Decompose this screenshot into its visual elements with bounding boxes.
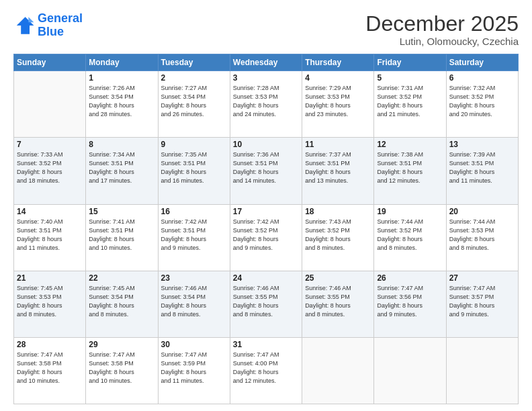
day-number: 8 xyxy=(89,140,154,149)
table-row: 16Sunrise: 7:42 AMSunset: 3:51 PMDayligh… xyxy=(158,204,230,271)
day-number: 29 xyxy=(89,340,154,349)
cell-content: Sunrise: 7:43 AMSunset: 3:52 PMDaylight:… xyxy=(305,218,371,253)
table-row: 8Sunrise: 7:34 AMSunset: 3:51 PMDaylight… xyxy=(86,138,158,204)
table-row: 5Sunrise: 7:31 AMSunset: 3:52 PMDaylight… xyxy=(374,71,446,138)
table-row: 22Sunrise: 7:45 AMSunset: 3:54 PMDayligh… xyxy=(86,271,158,337)
cell-content: Sunrise: 7:28 AMSunset: 3:53 PMDaylight:… xyxy=(233,84,299,119)
day-number: 5 xyxy=(377,73,443,83)
day-number: 31 xyxy=(233,340,299,349)
logo-line1: General xyxy=(38,11,83,25)
table-row: 7Sunrise: 7:33 AMSunset: 3:52 PMDaylight… xyxy=(14,138,86,204)
day-number: 11 xyxy=(305,140,371,149)
day-number: 27 xyxy=(449,273,515,283)
col-thursday: Thursday xyxy=(302,54,374,71)
col-sunday: Sunday xyxy=(14,54,86,71)
cell-content: Sunrise: 7:47 AMSunset: 4:00 PMDaylight:… xyxy=(233,351,299,385)
cell-content: Sunrise: 7:40 AMSunset: 3:51 PMDaylight:… xyxy=(17,218,83,253)
cell-content: Sunrise: 7:34 AMSunset: 3:51 PMDaylight:… xyxy=(89,150,154,185)
cell-content: Sunrise: 7:32 AMSunset: 3:52 PMDaylight:… xyxy=(449,84,515,119)
calendar-header-row: Sunday Monday Tuesday Wednesday Thursday… xyxy=(14,54,519,71)
day-number: 16 xyxy=(161,207,227,216)
page: General Blue December 2025 Lutin, Olomou… xyxy=(0,0,532,411)
table-row: 29Sunrise: 7:47 AMSunset: 3:58 PMDayligh… xyxy=(86,337,158,404)
cell-content: Sunrise: 7:36 AMSunset: 3:51 PMDaylight:… xyxy=(233,150,299,185)
table-row: 4Sunrise: 7:29 AMSunset: 3:53 PMDaylight… xyxy=(302,71,374,138)
logo-text: General Blue xyxy=(38,12,83,39)
table-row: 19Sunrise: 7:44 AMSunset: 3:52 PMDayligh… xyxy=(374,204,446,271)
day-number: 13 xyxy=(449,140,515,149)
day-number: 7 xyxy=(17,140,83,149)
day-number: 12 xyxy=(377,140,443,149)
table-row: 17Sunrise: 7:42 AMSunset: 3:52 PMDayligh… xyxy=(230,204,302,271)
day-number: 19 xyxy=(377,207,443,216)
day-number: 28 xyxy=(17,340,83,349)
table-row: 31Sunrise: 7:47 AMSunset: 4:00 PMDayligh… xyxy=(230,337,302,404)
logo-icon xyxy=(13,15,35,36)
col-monday: Monday xyxy=(86,54,158,71)
cell-content: Sunrise: 7:33 AMSunset: 3:52 PMDaylight:… xyxy=(17,150,83,185)
cell-content: Sunrise: 7:38 AMSunset: 3:51 PMDaylight:… xyxy=(377,150,443,185)
cell-content: Sunrise: 7:27 AMSunset: 3:54 PMDaylight:… xyxy=(161,84,227,119)
table-row: 24Sunrise: 7:46 AMSunset: 3:55 PMDayligh… xyxy=(230,271,302,337)
day-number: 9 xyxy=(161,140,227,149)
table-row: 3Sunrise: 7:28 AMSunset: 3:53 PMDaylight… xyxy=(230,71,302,138)
table-row: 11Sunrise: 7:37 AMSunset: 3:51 PMDayligh… xyxy=(302,138,374,204)
calendar-week-row: 21Sunrise: 7:45 AMSunset: 3:53 PMDayligh… xyxy=(14,271,519,337)
cell-content: Sunrise: 7:26 AMSunset: 3:54 PMDaylight:… xyxy=(89,84,154,119)
calendar-week-row: 28Sunrise: 7:47 AMSunset: 3:58 PMDayligh… xyxy=(14,337,519,404)
cell-content: Sunrise: 7:46 AMSunset: 3:54 PMDaylight:… xyxy=(161,284,227,319)
title-block: December 2025 Lutin, Olomoucky, Czechia xyxy=(365,12,519,47)
table-row: 18Sunrise: 7:43 AMSunset: 3:52 PMDayligh… xyxy=(302,204,374,271)
day-number: 23 xyxy=(161,273,227,283)
calendar-week-row: 7Sunrise: 7:33 AMSunset: 3:52 PMDaylight… xyxy=(14,138,519,204)
cell-content: Sunrise: 7:45 AMSunset: 3:54 PMDaylight:… xyxy=(89,284,154,319)
svg-marker-1 xyxy=(28,17,34,22)
table-row: 10Sunrise: 7:36 AMSunset: 3:51 PMDayligh… xyxy=(230,138,302,204)
cell-content: Sunrise: 7:47 AMSunset: 3:56 PMDaylight:… xyxy=(377,284,443,319)
day-number: 1 xyxy=(89,73,154,83)
table-row: 27Sunrise: 7:47 AMSunset: 3:57 PMDayligh… xyxy=(446,271,518,337)
calendar-table: Sunday Monday Tuesday Wednesday Thursday… xyxy=(13,54,519,404)
table-row xyxy=(374,337,446,404)
table-row: 1Sunrise: 7:26 AMSunset: 3:54 PMDaylight… xyxy=(86,71,158,138)
day-number: 14 xyxy=(17,207,83,216)
table-row: 14Sunrise: 7:40 AMSunset: 3:51 PMDayligh… xyxy=(14,204,86,271)
header: General Blue December 2025 Lutin, Olomou… xyxy=(13,12,519,47)
day-number: 4 xyxy=(305,73,371,83)
cell-content: Sunrise: 7:47 AMSunset: 3:58 PMDaylight:… xyxy=(17,351,83,385)
logo: General Blue xyxy=(13,12,83,39)
day-number: 15 xyxy=(89,207,154,216)
logo-line2: Blue xyxy=(38,26,83,39)
day-number: 25 xyxy=(305,273,371,283)
cell-content: Sunrise: 7:29 AMSunset: 3:53 PMDaylight:… xyxy=(305,84,371,119)
table-row: 12Sunrise: 7:38 AMSunset: 3:51 PMDayligh… xyxy=(374,138,446,204)
table-row xyxy=(302,337,374,404)
cell-content: Sunrise: 7:47 AMSunset: 3:58 PMDaylight:… xyxy=(89,351,154,385)
table-row: 25Sunrise: 7:46 AMSunset: 3:55 PMDayligh… xyxy=(302,271,374,337)
calendar-week-row: 1Sunrise: 7:26 AMSunset: 3:54 PMDaylight… xyxy=(14,71,519,138)
col-saturday: Saturday xyxy=(446,54,518,71)
table-row: 20Sunrise: 7:44 AMSunset: 3:53 PMDayligh… xyxy=(446,204,518,271)
table-row: 26Sunrise: 7:47 AMSunset: 3:56 PMDayligh… xyxy=(374,271,446,337)
location-subtitle: Lutin, Olomoucky, Czechia xyxy=(365,36,519,47)
cell-content: Sunrise: 7:37 AMSunset: 3:51 PMDaylight:… xyxy=(305,150,371,185)
day-number: 2 xyxy=(161,73,227,83)
cell-content: Sunrise: 7:31 AMSunset: 3:52 PMDaylight:… xyxy=(377,84,443,119)
table-row: 21Sunrise: 7:45 AMSunset: 3:53 PMDayligh… xyxy=(14,271,86,337)
day-number: 20 xyxy=(449,207,515,216)
col-tuesday: Tuesday xyxy=(158,54,230,71)
col-friday: Friday xyxy=(374,54,446,71)
col-wednesday: Wednesday xyxy=(230,54,302,71)
table-row: 2Sunrise: 7:27 AMSunset: 3:54 PMDaylight… xyxy=(158,71,230,138)
table-row: 23Sunrise: 7:46 AMSunset: 3:54 PMDayligh… xyxy=(158,271,230,337)
day-number: 3 xyxy=(233,73,299,83)
cell-content: Sunrise: 7:47 AMSunset: 3:59 PMDaylight:… xyxy=(161,351,227,385)
cell-content: Sunrise: 7:41 AMSunset: 3:51 PMDaylight:… xyxy=(89,218,154,253)
table-row: 30Sunrise: 7:47 AMSunset: 3:59 PMDayligh… xyxy=(158,337,230,404)
table-row: 6Sunrise: 7:32 AMSunset: 3:52 PMDaylight… xyxy=(446,71,518,138)
cell-content: Sunrise: 7:42 AMSunset: 3:51 PMDaylight:… xyxy=(161,218,227,253)
svg-marker-0 xyxy=(17,17,34,34)
day-number: 18 xyxy=(305,207,371,216)
table-row: 13Sunrise: 7:39 AMSunset: 3:51 PMDayligh… xyxy=(446,138,518,204)
month-title: December 2025 xyxy=(365,12,519,36)
